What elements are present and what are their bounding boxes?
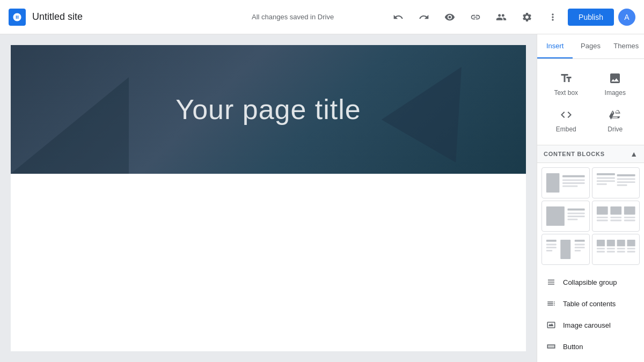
insert-drive[interactable]: Drive [591, 102, 640, 138]
svg-rect-8 [596, 183, 606, 185]
svg-rect-17 [568, 219, 578, 220]
app-logo[interactable] [9, 9, 26, 26]
svg-rect-41 [606, 251, 614, 253]
button-label: Button [563, 343, 583, 351]
utility-items: Collapsible group Table of contents Imag… [537, 269, 644, 359]
block-two-col-image-text[interactable] [541, 201, 590, 232]
tab-themes[interactable]: Themes [609, 34, 644, 58]
svg-rect-10 [617, 179, 635, 180]
svg-rect-31 [560, 240, 570, 259]
preview-button[interactable] [439, 6, 460, 28]
image-icon [608, 71, 623, 86]
svg-rect-11 [617, 181, 635, 183]
tab-pages[interactable]: Pages [573, 34, 608, 58]
svg-rect-23 [610, 220, 621, 221]
page-container[interactable]: Your page title [11, 45, 526, 351]
save-status: All changes saved in Drive [252, 13, 334, 21]
svg-rect-25 [624, 217, 635, 218]
main-layout: Your page title Insert Pages Themes [0, 34, 644, 362]
svg-rect-22 [610, 217, 621, 218]
svg-rect-4 [562, 186, 577, 187]
publish-button[interactable]: Publish [568, 9, 614, 26]
image-carousel-item[interactable]: Image carousel [541, 314, 640, 336]
svg-rect-1 [562, 175, 585, 178]
panel-tabs: Insert Pages Themes [537, 34, 644, 59]
collapsible-group-item[interactable]: Collapsible group [541, 271, 640, 293]
block-three-col[interactable] [592, 201, 640, 232]
text-box-icon [559, 71, 574, 86]
svg-rect-7 [596, 180, 614, 182]
svg-rect-19 [596, 217, 608, 218]
svg-rect-20 [596, 220, 608, 221]
table-of-contents-item[interactable]: Table of contents [541, 293, 640, 314]
svg-rect-38 [596, 251, 604, 253]
svg-rect-37 [596, 248, 604, 249]
svg-rect-44 [617, 251, 625, 253]
svg-rect-6 [596, 178, 614, 179]
svg-rect-27 [546, 240, 557, 242]
redo-button[interactable] [413, 6, 435, 28]
svg-rect-32 [575, 240, 585, 242]
insert-images[interactable]: Images [591, 65, 640, 102]
header-right: Publish A [387, 6, 635, 28]
share-link-button[interactable] [465, 6, 486, 28]
svg-rect-26 [624, 220, 635, 221]
settings-button[interactable] [516, 6, 538, 28]
images-label: Images [605, 89, 626, 97]
button-icon [546, 341, 557, 352]
insert-embed[interactable]: Embed [541, 102, 591, 138]
toc-icon [546, 298, 557, 309]
block-text-image-text[interactable] [541, 234, 590, 265]
svg-rect-2 [562, 179, 585, 181]
carousel-label: Image carousel [563, 321, 611, 329]
svg-rect-46 [627, 248, 635, 249]
svg-rect-28 [546, 244, 557, 246]
embed-icon [559, 107, 574, 122]
content-area[interactable] [11, 174, 526, 351]
svg-rect-15 [568, 212, 585, 214]
add-collaborators-button[interactable] [491, 6, 512, 28]
svg-rect-40 [606, 248, 614, 249]
svg-rect-18 [596, 206, 608, 215]
blocks-grid [537, 163, 644, 269]
svg-rect-42 [617, 240, 625, 246]
svg-rect-13 [546, 206, 565, 226]
insert-grid: Text box Images Embed Driv [537, 59, 644, 145]
site-title[interactable]: Untitled site [32, 11, 83, 23]
svg-rect-24 [624, 206, 635, 215]
button-item[interactable]: Button [541, 336, 640, 357]
svg-rect-5 [596, 173, 614, 175]
svg-rect-9 [617, 174, 635, 176]
svg-rect-12 [617, 184, 627, 186]
collapsible-group-label: Collapsible group [563, 278, 617, 286]
svg-rect-33 [575, 244, 585, 246]
canvas-area: Your page title [0, 34, 537, 362]
avatar[interactable]: A [618, 9, 635, 26]
tab-insert[interactable]: Insert [537, 34, 573, 58]
svg-rect-39 [606, 240, 614, 246]
right-panel: Insert Pages Themes Text box [537, 34, 644, 362]
carousel-icon [546, 320, 557, 330]
insert-text-box[interactable]: Text box [541, 65, 591, 102]
more-options-button[interactable] [542, 6, 564, 28]
svg-rect-16 [568, 216, 585, 217]
collapsible-icon [546, 277, 557, 287]
block-four-col[interactable] [592, 234, 640, 265]
drive-label: Drive [608, 125, 623, 133]
header-left: Untitled site [9, 9, 198, 26]
undo-button[interactable] [387, 6, 409, 28]
header-center: All changes saved in Drive [198, 13, 387, 21]
content-blocks-title: CONTENT BLOCKS [544, 151, 605, 157]
svg-rect-43 [617, 248, 625, 249]
block-single-image-text[interactable] [541, 167, 590, 198]
content-blocks-header[interactable]: CONTENT BLOCKS ▲ [537, 145, 644, 163]
svg-rect-35 [575, 250, 581, 252]
block-two-col-text-image[interactable] [592, 167, 640, 198]
toc-label: Table of contents [563, 300, 616, 308]
svg-rect-3 [562, 182, 585, 184]
svg-rect-47 [627, 251, 635, 253]
hero-section[interactable]: Your page title [11, 45, 526, 174]
svg-rect-21 [610, 206, 621, 215]
drive-icon [608, 107, 623, 122]
app-header: Untitled site All changes saved in Drive… [0, 0, 644, 34]
